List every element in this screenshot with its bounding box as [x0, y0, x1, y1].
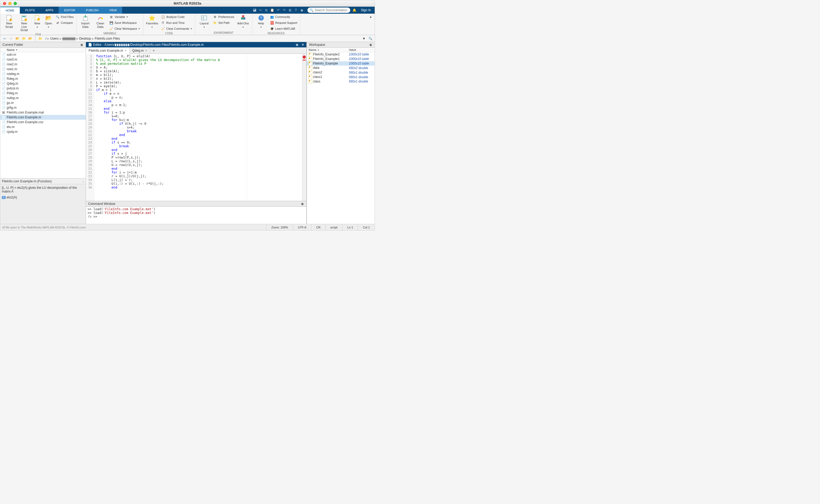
file-list[interactable]: 📄soln.m📄row3.m📄row2.m📄row1.m📄rotdeg.m📄Rd… — [0, 52, 86, 178]
file-row[interactable]: 📄row2.m — [0, 62, 86, 67]
file-row[interactable]: 📄row3.m — [0, 57, 86, 62]
workspace-row[interactable]: class560x1 double — [307, 79, 375, 84]
tab-editor[interactable]: EDITOR — [59, 7, 80, 14]
clean-data-button[interactable]: Clean Data — [93, 14, 108, 29]
variable-dropdown-button[interactable]: ⊞Variable ▼ — [108, 14, 141, 20]
workspace-row[interactable]: class2560x1 double — [307, 70, 375, 75]
status-line-ending[interactable]: CR — [311, 224, 325, 230]
add-tab-button[interactable]: + — [150, 49, 157, 52]
workspace-row[interactable]: data560x2 double — [307, 66, 375, 70]
tab-apps[interactable]: APPS — [40, 7, 59, 14]
path-segment[interactable]: / — [46, 37, 46, 40]
redo-icon[interactable]: ↷ — [282, 8, 287, 13]
path-search-button[interactable]: 🔍 — [368, 36, 373, 41]
learn-matlab-button[interactable]: 🎓Learn MATLAB — [269, 26, 299, 31]
file-row[interactable]: 📄FileInfo.com Example.m — [0, 115, 86, 120]
browse-button[interactable]: 📁 — [21, 36, 27, 41]
request-support-button[interactable]: 🆘Request Support — [269, 20, 299, 25]
file-row[interactable]: 📄soln.m — [0, 52, 86, 57]
tab-plots[interactable]: PLOTS — [20, 7, 40, 14]
editor-close-icon[interactable]: ✕ — [302, 43, 304, 47]
file-list-header[interactable]: Name ▼ — [0, 48, 86, 52]
run-and-time-button[interactable]: ⏱Run and Time — [160, 20, 194, 25]
save-workspace-button[interactable]: 💾Save Workspace — [108, 20, 141, 25]
editor-tab[interactable]: FileInfo.com Example.m × — [86, 47, 130, 54]
file-row[interactable]: 📄elu.m — [0, 125, 86, 129]
editor-dropdown-icon[interactable]: ◉ — [296, 43, 298, 47]
workspace-row[interactable]: FileInfo_Example1000x10 table — [307, 61, 375, 66]
locate-button[interactable]: 📂 — [28, 36, 33, 41]
collapse-ribbon-icon[interactable]: ▴ — [370, 15, 374, 18]
help-button[interactable]: ? Help▼ — [254, 14, 268, 29]
workspace-value-header[interactable]: Value — [347, 48, 375, 52]
error-marker-icon[interactable] — [303, 55, 306, 59]
file-row[interactable]: 📄pvtcol.m — [0, 86, 86, 91]
editor-tab[interactable]: Qdeg.m × — [130, 47, 150, 54]
status-mode[interactable]: script — [325, 224, 342, 230]
folder-icon[interactable]: 📁 — [37, 36, 43, 41]
compare-button[interactable]: ⇄Compare — [54, 20, 75, 25]
favorites-button[interactable]: ⭐ Favorites▼ — [145, 14, 159, 29]
sign-in-button[interactable]: Sign In — [357, 8, 375, 12]
status-encoding[interactable]: UTF-8 — [293, 224, 311, 230]
close-tab-icon[interactable]: × — [145, 49, 147, 52]
panel-menu-icon[interactable]: ◉ — [300, 202, 304, 206]
clear-commands-button[interactable]: 🧹Clear Commands ▼ — [160, 26, 194, 31]
community-button[interactable]: 👥Community — [269, 14, 299, 20]
file-row[interactable]: 📄Rdeg.m — [0, 76, 86, 81]
file-row[interactable]: 📄row1.m — [0, 67, 86, 72]
file-row[interactable]: 📄gs.m — [0, 100, 86, 105]
clear-workspace-button[interactable]: 🧹Clear Workspace ▼ — [108, 26, 141, 31]
preferences-button[interactable]: ⚙Preferences — [212, 14, 235, 20]
find-files-button[interactable]: 🔍Find Files — [54, 14, 75, 20]
error-line-marker[interactable] — [303, 60, 306, 61]
file-row[interactable]: ⊞FileInfo.com Example.mat — [0, 110, 86, 115]
file-row[interactable]: 📄Pdeg.m — [0, 91, 86, 96]
file-row[interactable]: 📄cpoly.m — [0, 129, 86, 134]
new-live-script-button[interactable]: New Live Script — [17, 14, 31, 32]
analyze-code-button[interactable]: 📋Analyze Code — [160, 14, 194, 20]
open-button[interactable]: 📂 Open▼ — [43, 14, 54, 29]
file-row[interactable]: 📄FileInfo.com Example.csv — [0, 120, 86, 125]
tab-view[interactable]: VIEW — [104, 7, 122, 14]
status-zoom[interactable]: Zoom: 100% — [266, 224, 293, 230]
chevron-down-icon[interactable]: ⌄ — [82, 180, 84, 183]
function-signature[interactable]: fx elu2(A) — [2, 195, 84, 199]
copy-icon[interactable]: ⧉ — [264, 8, 269, 13]
undo-icon[interactable]: ↶ — [276, 8, 281, 13]
addons-button[interactable]: Add-Ons▼ — [236, 14, 250, 29]
zoom-window-button[interactable] — [14, 2, 17, 5]
paste-icon[interactable]: 📋 — [270, 8, 275, 13]
search-documentation-input[interactable]: 🔍 Search Documentation — [307, 7, 350, 13]
switch-windows-icon[interactable]: ⊞ — [288, 8, 292, 13]
file-row[interactable]: 📄grfig.m — [0, 105, 86, 110]
panel-menu-icon[interactable]: ◉ — [80, 43, 84, 47]
panel-menu-icon[interactable]: ◉ — [369, 43, 373, 47]
back-button[interactable]: ⇦ — [2, 36, 7, 41]
tab-home[interactable]: HOME — [0, 7, 20, 14]
cut-icon[interactable]: ✂ — [258, 8, 263, 13]
minimize-window-button[interactable] — [8, 2, 12, 5]
workspace-row[interactable]: class1560x1 double — [307, 75, 375, 79]
editor-scrollbar[interactable] — [302, 54, 306, 201]
workspace-row[interactable]: FileInfo_Example21000x10 table — [307, 52, 375, 57]
workspace-row[interactable]: FileInfo_Example11000x10 table — [307, 57, 375, 61]
file-row[interactable]: 📄nullsp.m — [0, 96, 86, 100]
save-icon[interactable] — [252, 8, 257, 13]
close-tab-icon[interactable]: × — [125, 49, 127, 52]
import-data-button[interactable]: Import Data — [78, 14, 93, 29]
path-dropdown-button[interactable]: ▼ — [362, 37, 367, 40]
path-breadcrumb[interactable]: /▸ Users▸ ▮▮▮▮▮▮▮▸ Desktop▸ FileInfo.com… — [44, 37, 120, 40]
command-window-body[interactable]: >> load('FileInfo.com Example.mat') >> l… — [86, 207, 306, 224]
file-row[interactable]: 📄Qdeg.m — [0, 81, 86, 86]
path-segment[interactable]: ▮▮▮▮▮▮▮ — [62, 37, 76, 40]
new-script-button[interactable]: + New Script — [2, 14, 16, 29]
set-path-button[interactable]: 📁Set Path — [212, 20, 235, 25]
help-icon[interactable]: ? — [294, 8, 298, 13]
editor-body[interactable]: 1234567891011121314151617181920212223242… — [86, 54, 306, 201]
path-segment[interactable]: Desktop — [79, 37, 91, 40]
workspace-name-header[interactable]: Name ▼ — [307, 48, 347, 52]
file-row[interactable]: 📄rotdeg.m — [0, 72, 86, 76]
notification-bell-icon[interactable]: 🔔 — [352, 8, 357, 12]
addon-icon[interactable]: ◉ — [299, 8, 304, 13]
